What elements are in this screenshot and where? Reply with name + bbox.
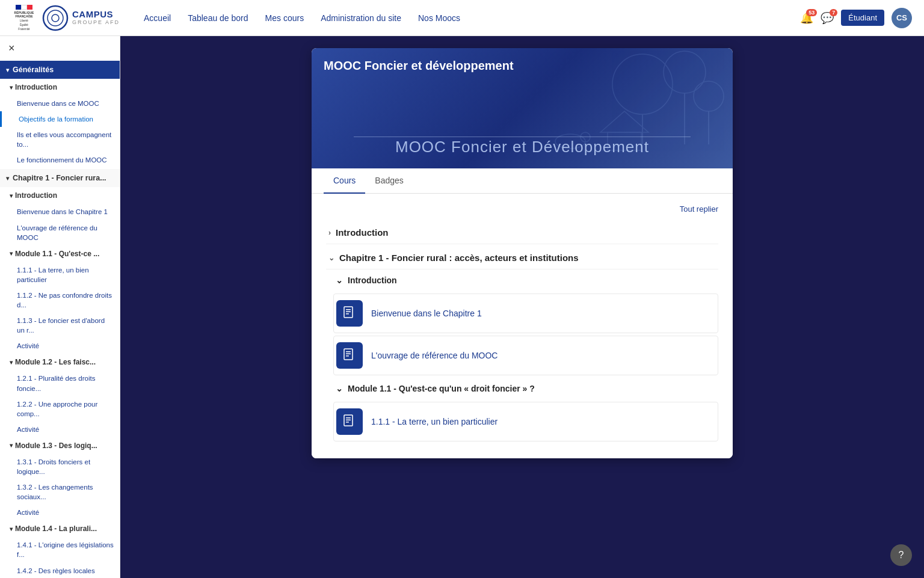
chevron-down-icon: ▾ — [10, 192, 13, 199]
tab-cours[interactable]: Cours — [324, 168, 365, 194]
chevron-down-icon: ⌄ — [328, 254, 334, 262]
nav-nos-moocs[interactable]: Nos Moocs — [418, 13, 460, 23]
accordion-chapitre1-label: Chapitre 1 - Foncier rural : accès, acte… — [339, 253, 579, 263]
svg-rect-15 — [346, 312, 351, 313]
nav-links: Accueil Tableau de bord Mes cours Admini… — [144, 13, 800, 23]
sidebar-item-ouvrage[interactable]: L'ouvrage de référence du MOOC — [0, 220, 120, 245]
sidebar-subheader-mod13[interactable]: ▾ Module 1.3 - Des logiq... — [0, 437, 120, 454]
user-role-button[interactable]: Étudiant — [841, 10, 884, 26]
content-area: MOOC Foncier et développement MOOC Fonci… — [120, 36, 924, 578]
svg-point-11 — [694, 81, 724, 111]
sub-accordion-intro: ⌄ Introduction — [333, 269, 718, 375]
course-banner: MOOC Foncier et développement MOOC Fonci… — [312, 48, 733, 168]
notifications-button[interactable]: 🔔 53 — [800, 11, 813, 25]
logo-area: RÉPUBLIQUEFRANÇAISELibertéÉgalitéFratern… — [12, 5, 120, 31]
svg-rect-14 — [346, 309, 351, 310]
sidebar: × ▾ Généralités ▾ Introduction Bienvenue… — [0, 36, 120, 578]
sidebar-item-131[interactable]: 1.3.1 - Droits fonciers et logique... — [0, 454, 120, 479]
accordion-header-chapitre1[interactable]: ⌄ Chapitre 1 - Foncier rural : accès, ac… — [326, 247, 718, 269]
banner-divider — [354, 137, 691, 137]
republique-logo: RÉPUBLIQUEFRANÇAISELibertéÉgalitéFratern… — [12, 5, 36, 31]
course-tabs: Cours Badges — [312, 168, 733, 194]
sidebar-section-generalites: ▾ Généralités ▾ Introduction Bienvenue d… — [0, 61, 120, 168]
course-item-111[interactable]: 1.1.1 - La terre, un bien particulier — [333, 402, 718, 441]
sidebar-header-generalites[interactable]: ▾ Généralités — [0, 61, 120, 79]
sidebar-close-button[interactable]: × — [0, 36, 23, 61]
nav-admin-site[interactable]: Administration du site — [321, 13, 401, 23]
svg-point-0 — [43, 6, 67, 30]
sidebar-subheader-intro-ch1[interactable]: ▾ Introduction — [0, 187, 120, 204]
accordion-introduction-label: Introduction — [336, 227, 388, 238]
course-banner-title: MOOC Foncier et développement — [324, 59, 514, 73]
sidebar-mod13-label: Module 1.3 - Des logiq... — [15, 441, 97, 450]
sidebar-subheader-mod11[interactable]: ▾ Module 1.1 - Qu'est-ce ... — [0, 245, 120, 262]
course-content: Tout replier › Introduction ⌄ Chapitre 1… — [312, 194, 733, 458]
sidebar-item-142[interactable]: 1.4.2 - Des règles locales divers... — [0, 563, 120, 578]
sidebar-item-ils-elles[interactable]: Ils et elles vous accompagnent to... — [0, 127, 120, 152]
svg-rect-19 — [346, 354, 351, 355]
sidebar-item-activite-11[interactable]: Activité — [0, 338, 120, 354]
sidebar-mod12-label: Module 1.2 - Les faisc... — [15, 358, 96, 366]
accordion-chapitre1: ⌄ Chapitre 1 - Foncier rural : accès, ac… — [326, 247, 718, 441]
sidebar-item-bienvenue-mooc[interactable]: Bienvenue dans ce MOOC — [0, 96, 120, 111]
sub-accordion-intro-label: Introduction — [348, 275, 397, 285]
chevron-down-icon: ▾ — [6, 67, 9, 73]
messages-button[interactable]: 💬 7 — [821, 11, 834, 25]
sidebar-mod14-label: Module 1.4 - La plurali... — [15, 524, 97, 533]
chevron-down-icon: ▾ — [6, 175, 9, 182]
sidebar-item-113[interactable]: 1.1.3 - Le foncier est d'abord un r... — [0, 313, 120, 338]
help-button[interactable]: ? — [890, 544, 912, 566]
sidebar-item-132[interactable]: 1.3.2 - Les changements sociaux... — [0, 479, 120, 505]
sub-accordion-header-intro[interactable]: ⌄ Introduction — [333, 269, 718, 291]
sidebar-subheader-mod12[interactable]: ▾ Module 1.2 - Les faisc... — [0, 354, 120, 370]
sidebar-item-121[interactable]: 1.2.1 - Pluralité des droits foncie... — [0, 370, 120, 396]
chevron-down-icon: ⌄ — [336, 275, 343, 285]
tab-badges[interactable]: Badges — [365, 168, 413, 194]
user-avatar-button[interactable]: CS — [892, 8, 912, 28]
sidebar-item-fonctionnement[interactable]: Le fonctionnement du MOOC — [0, 152, 120, 168]
course-banner-subtitle: MOOC Foncier et Développement — [312, 138, 733, 156]
nav-mes-cours[interactable]: Mes cours — [265, 13, 304, 23]
chevron-down-icon: ⌄ — [336, 384, 343, 393]
nav-tableau-bord[interactable]: Tableau de bord — [188, 13, 248, 23]
course-item-bienvenue-ch1[interactable]: Bienvenue dans le Chapitre 1 — [333, 294, 718, 333]
sidebar-item-activite-12[interactable]: Activité — [0, 422, 120, 437]
svg-point-2 — [52, 14, 59, 22]
main-layout: × ▾ Généralités ▾ Introduction Bienvenue… — [0, 36, 924, 578]
course-item-ouvrage-label: L'ouvrage de référence du MOOC — [371, 351, 497, 360]
sidebar-subheader-mod14[interactable]: ▾ Module 1.4 - La plurali... — [0, 520, 120, 537]
document-icon — [336, 300, 363, 327]
nav-right: 🔔 53 💬 7 Étudiant CS — [800, 8, 912, 28]
sidebar-item-bienvenue-ch1[interactable]: Bienvenue dans le Chapitre 1 — [0, 204, 120, 220]
sidebar-item-122[interactable]: 1.2.2 - Une approche pour comp... — [0, 396, 120, 422]
messages-badge: 7 — [830, 9, 837, 16]
campus-logo: CAMPUS GROUPE AFD — [42, 5, 120, 31]
sidebar-header-chapitre1[interactable]: ▾ Chapitre 1 - Foncier rura... — [0, 169, 120, 187]
sub-accordion-intro-body: Bienvenue dans le Chapitre 1 — [333, 294, 718, 375]
sub-accordion-header-mod11[interactable]: ⌄ Module 1.1 - Qu'est-ce qu'un « droit f… — [333, 378, 718, 399]
sidebar-intro-gen-label: Introduction — [15, 83, 57, 91]
chevron-down-icon: ▾ — [10, 526, 13, 532]
accordion-header-introduction[interactable]: › Introduction — [326, 221, 718, 244]
sidebar-generalites-label: Généralités — [13, 66, 54, 74]
svg-point-3 — [612, 54, 673, 114]
sidebar-item-objectifs[interactable]: Objectifs de la formation — [0, 111, 120, 127]
svg-rect-16 — [346, 313, 349, 315]
sidebar-subheader-intro-gen[interactable]: ▾ Introduction — [0, 79, 120, 96]
campus-circle-icon — [42, 5, 69, 31]
sidebar-mod11-label: Module 1.1 - Qu'est-ce ... — [15, 250, 99, 258]
svg-rect-23 — [346, 420, 351, 421]
accordion-introduction: › Introduction — [326, 221, 718, 244]
sidebar-item-141[interactable]: 1.4.1 - L'origine des législations f... — [0, 537, 120, 562]
sub-accordion-mod11-label: Module 1.1 - Qu'est-ce qu'un « droit fon… — [348, 384, 535, 393]
svg-point-1 — [48, 10, 63, 26]
tout-replier-link[interactable]: Tout replier — [680, 204, 718, 214]
sidebar-item-112[interactable]: 1.1.2 - Ne pas confondre droits d... — [0, 287, 120, 313]
chevron-down-icon: ▾ — [10, 84, 13, 91]
sidebar-item-activite-13[interactable]: Activité — [0, 505, 120, 520]
nav-accueil[interactable]: Accueil — [144, 13, 171, 23]
chevron-down-icon: ▾ — [10, 359, 13, 366]
sidebar-item-111[interactable]: 1.1.1 - La terre, un bien particulier — [0, 262, 120, 287]
course-item-ouvrage[interactable]: L'ouvrage de référence du MOOC — [333, 336, 718, 375]
sidebar-section-chapitre1: ▾ Chapitre 1 - Foncier rura... ▾ Introdu… — [0, 169, 120, 578]
